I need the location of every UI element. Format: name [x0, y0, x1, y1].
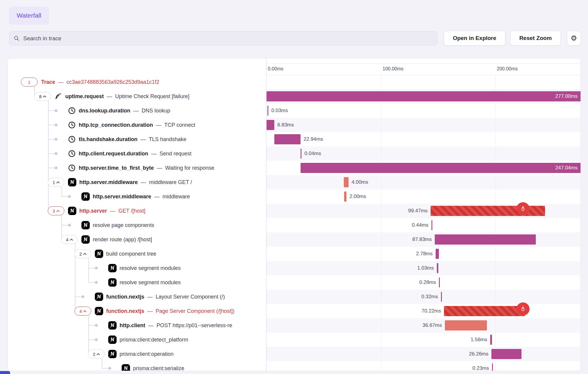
span-duration-bar[interactable]: [492, 363, 493, 371]
span-children-count-pill[interactable]: 3: [48, 206, 64, 215]
span-timeline-row[interactable]: 1.56ms: [267, 333, 581, 347]
span-tree-row[interactable]: 1Trace—cc3ae3748883563a926c253d9aa1c1f2: [8, 75, 266, 89]
reset-zoom-button[interactable]: Reset Zoom: [510, 31, 561, 46]
span-op-name: function.nextjs: [106, 308, 144, 314]
span-tree-row[interactable]: 4Nfunction.nextjs—Page Server Component …: [8, 304, 266, 318]
span-tree-row[interactable]: http.client.request.duration—Send reques…: [8, 146, 266, 161]
span-children-count-pill[interactable]: 2: [88, 350, 105, 358]
span-tree-row[interactable]: 8uptime.request—Uptime Check Request [fa…: [8, 89, 266, 103]
span-duration-bar[interactable]: [436, 249, 439, 259]
span-duration-bar[interactable]: [491, 349, 522, 359]
span-tree-row[interactable]: Nprisma:client:serialize: [8, 361, 266, 371]
open-in-explore-button[interactable]: Open in Explore: [444, 31, 505, 46]
span-duration-bar[interactable]: [490, 335, 492, 345]
span-timeline-row[interactable]: [267, 75, 581, 89]
span-tree-row[interactable]: 2Nprisma:client:operation: [8, 347, 266, 361]
span-timeline-row[interactable]: 2.78ms: [267, 247, 581, 261]
span-tree-row[interactable]: dns.lookup.duration—DNS lookup: [8, 103, 266, 118]
nextjs-icon: N: [108, 321, 117, 330]
span-timeline-row[interactable]: 0.32ms: [267, 290, 581, 304]
span-tree-row[interactable]: Nresolve segment modules: [8, 275, 266, 290]
span-timeline-row[interactable]: 6.83ms: [267, 118, 581, 132]
span-timeline-row[interactable]: 0.04ms: [267, 146, 581, 161]
span-timeline-row[interactable]: 4.00ms: [267, 175, 581, 189]
span-tree-row[interactable]: 3Nhttp.server—GET /[host]: [8, 204, 266, 218]
tree-connector-line: [48, 101, 49, 103]
span-duration-label: 22.94ms: [304, 132, 323, 146]
tree-leaf-dot: [68, 195, 71, 198]
clock-icon: [68, 150, 76, 157]
span-timeline-row[interactable]: 0.28ms: [267, 275, 581, 290]
span-children-count-pill[interactable]: 2: [75, 249, 91, 258]
span-tree-row[interactable]: Nresolve page components: [8, 218, 266, 232]
span-duration-bar[interactable]: [444, 306, 525, 316]
span-description: GET /[host]: [118, 208, 146, 214]
span-timeline-row[interactable]: 247.04ms: [267, 161, 581, 175]
span-duration-bar[interactable]: [301, 163, 581, 173]
trace-search[interactable]: [9, 31, 437, 45]
span-duration-label: 26.26ms: [469, 347, 488, 361]
span-children-count-pill[interactable]: 1: [48, 178, 64, 187]
tree-leaf-dot: [55, 152, 58, 155]
span-op-name: tls.handshake.duration: [79, 136, 137, 143]
span-row-content: Nresolve page components: [81, 218, 154, 232]
span-duration-bar[interactable]: [274, 134, 301, 144]
span-duration-bar[interactable]: [435, 234, 536, 245]
chevron-up-icon: [56, 210, 60, 212]
span-timeline-row[interactable]: 1.03ms: [267, 261, 581, 275]
span-duration-bar[interactable]: [301, 149, 301, 159]
tab-waterfall[interactable]: Waterfall: [9, 7, 49, 24]
nextjs-icon: N: [81, 192, 90, 201]
span-duration-bar[interactable]: [439, 277, 440, 288]
span-timeline-row[interactable]: 0.44ms: [267, 218, 581, 232]
span-timeline-row[interactable]: 36.67ms: [267, 318, 581, 333]
search-input[interactable]: [23, 35, 433, 42]
name-desc-separator: —: [154, 194, 160, 200]
span-timeline-row[interactable]: 99.47ms: [267, 204, 581, 218]
span-timeline-row[interactable]: 26.26ms: [267, 347, 581, 361]
span-timeline-row[interactable]: 0.23ms: [267, 361, 581, 371]
span-duration-bar[interactable]: [267, 91, 581, 101]
span-duration-bar[interactable]: [437, 263, 438, 273]
span-op-name: uptime.request: [65, 93, 104, 100]
span-duration-bar[interactable]: [431, 220, 432, 230]
name-desc-separator: —: [140, 136, 146, 143]
nextjs-icon: N: [68, 207, 76, 215]
span-duration-bar[interactable]: [267, 120, 274, 130]
span-tree-row[interactable]: tls.handshake.duration—TLS handshake: [8, 132, 266, 146]
waterfall-header: 0.00ms100.00ms200.00ms: [8, 58, 581, 75]
span-tree-row[interactable]: Nresolve segment modules: [8, 261, 266, 275]
span-duration-bar[interactable]: [344, 191, 346, 202]
span-tree-row[interactable]: Nhttp.server.middleware—middleware: [8, 189, 266, 204]
span-op-name: dns.lookup.duration: [79, 108, 130, 114]
span-children-count-pill[interactable]: 4: [61, 235, 78, 244]
children-count: 3: [52, 208, 55, 214]
span-tree-row[interactable]: 1Nhttp.server.middleware—middleware GET …: [8, 175, 266, 189]
pane-divider[interactable]: [266, 58, 267, 371]
span-timeline-row[interactable]: 0.03ms: [267, 103, 581, 118]
span-timeline-row[interactable]: 22.94ms: [267, 132, 581, 146]
span-timeline-row[interactable]: 2.00ms: [267, 189, 581, 204]
span-children-count-pill[interactable]: 4: [75, 307, 91, 316]
span-timeline-row[interactable]: 277.00ms: [267, 89, 581, 103]
span-duration-label: 70.22ms: [422, 304, 441, 318]
tree-connector-line: [102, 361, 102, 368]
span-children-count-pill[interactable]: 1: [21, 78, 38, 86]
span-duration-bar[interactable]: [445, 320, 487, 330]
span-tree-row[interactable]: 4Nrender route (app) /[host]: [8, 232, 266, 247]
children-count: 2: [93, 352, 95, 357]
span-duration-bar[interactable]: [344, 177, 349, 187]
span-tree-row[interactable]: 2Nbuild component tree: [8, 247, 266, 261]
span-duration-bar[interactable]: [267, 106, 268, 116]
span-tree-row[interactable]: Nhttp.client—POST https://p01--serverles…: [8, 318, 266, 333]
span-description: Waiting for response: [165, 165, 214, 171]
span-tree-row[interactable]: http.server.time_to_first_byte—Waiting f…: [8, 161, 266, 175]
settings-button[interactable]: ⚙: [567, 31, 581, 46]
span-tree-row[interactable]: http.tcp_connection.duration—TCP connect: [8, 118, 266, 132]
span-timeline-row[interactable]: 87.83ms: [267, 232, 581, 247]
span-tree-row[interactable]: Nfunction.nextjs—Layout Server Component…: [8, 290, 266, 304]
span-children-count-pill[interactable]: 8: [34, 92, 51, 101]
span-tree-row[interactable]: Nprisma:client:detect_platform: [8, 333, 266, 347]
span-timeline-row[interactable]: 70.22ms: [267, 304, 581, 318]
span-duration-bar[interactable]: [441, 292, 442, 302]
